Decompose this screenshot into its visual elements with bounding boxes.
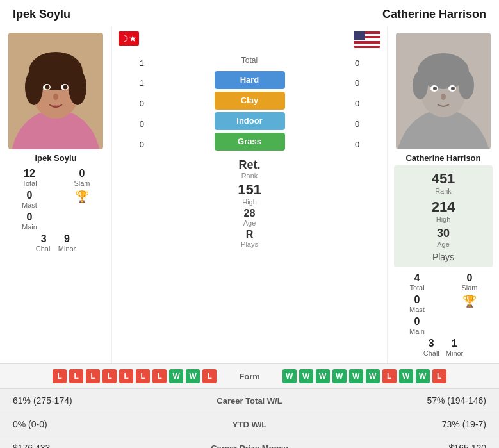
right-player-name: Catherine Harrison bbox=[382, 8, 486, 21]
form-badge-l: L bbox=[432, 369, 446, 383]
svg-point-18 bbox=[459, 71, 474, 99]
indoor-button[interactable]: Indoor bbox=[215, 112, 285, 130]
hard-button[interactable]: Hard bbox=[215, 71, 285, 89]
right-high-label: High bbox=[436, 215, 451, 223]
svg-point-21 bbox=[433, 87, 437, 90]
right-age-value: 30 bbox=[437, 227, 450, 240]
left-hard-score: 1 bbox=[140, 74, 144, 92]
left-total-label: Total bbox=[22, 179, 37, 187]
right-total-label: Total bbox=[409, 284, 424, 292]
left-main-value: 0 bbox=[27, 212, 33, 223]
us-flag bbox=[354, 31, 380, 48]
form-badge-w: W bbox=[186, 369, 200, 383]
right-rank-value: 451 bbox=[432, 170, 455, 187]
right-minor-label: Minor bbox=[446, 349, 464, 357]
right-age-label: Age bbox=[437, 240, 450, 248]
left-main-cell: 0 Main bbox=[6, 212, 53, 231]
right-chall-cell: 3 Chall bbox=[423, 338, 439, 357]
left-total-value: 12 bbox=[24, 168, 35, 179]
right-mast-value: 0 bbox=[414, 294, 420, 306]
form-badge-l: L bbox=[152, 369, 167, 383]
grass-button[interactable]: Grass bbox=[215, 133, 285, 151]
right-clay-score: 0 bbox=[355, 94, 359, 112]
stats-row-0: 61% (275-174) Career Total W/L 57% (194-… bbox=[0, 389, 499, 413]
left-plays-value: R bbox=[241, 229, 258, 240]
stats-right-0: 57% (194-146) bbox=[314, 395, 487, 406]
form-badge-l: L bbox=[202, 369, 217, 383]
turkey-flag: ☽★ bbox=[119, 31, 139, 46]
stats-center-0: Career Total W/L bbox=[186, 396, 314, 406]
left-slam-value: 0 bbox=[79, 168, 85, 179]
form-badge-l: L bbox=[136, 369, 150, 383]
left-panel: Ipek Soylu 12 Total 0 Slam 0 Mast 🏆 bbox=[0, 26, 112, 363]
left-rank-label: Rank bbox=[238, 172, 260, 179]
stats-left-1: 0% (0-0) bbox=[13, 419, 186, 429]
right-main-label: Main bbox=[409, 328, 425, 335]
form-badge-w: W bbox=[366, 369, 380, 383]
svg-point-17 bbox=[413, 71, 428, 99]
left-minor-value: 9 bbox=[64, 233, 70, 245]
name-row: Ipek Soylu Catherine Harrison bbox=[0, 0, 499, 26]
form-badge-l: L bbox=[69, 369, 83, 383]
left-chall-minor-row: 3 Chall 9 Minor bbox=[36, 233, 76, 253]
right-high-value: 214 bbox=[432, 199, 455, 215]
svg-point-10 bbox=[63, 85, 68, 90]
right-trophy-icon: 🏆 bbox=[462, 294, 477, 308]
left-minor-cell: 9 Minor bbox=[58, 233, 76, 253]
form-badge-l: L bbox=[119, 369, 133, 383]
right-trophy-cell: 🏆 bbox=[446, 294, 493, 313]
left-player-name-label: Ipek Soylu bbox=[35, 153, 76, 163]
form-badge-w: W bbox=[169, 369, 183, 383]
left-minor-label: Minor bbox=[58, 245, 76, 253]
right-mast-cell: 0 Mast bbox=[394, 294, 440, 313]
form-badge-w: W bbox=[316, 369, 330, 383]
stats-row-2: $176,433 Career Prize Money $165,120 bbox=[0, 436, 499, 448]
form-badge-w: W bbox=[332, 369, 347, 383]
right-total-cell: 4 Total bbox=[394, 272, 440, 292]
left-mast-value: 0 bbox=[27, 190, 33, 201]
right-slam-value: 0 bbox=[467, 272, 473, 284]
left-slam-label: Slam bbox=[74, 179, 90, 187]
right-stats-grid: 4 Total 0 Slam 0 Mast 🏆 0 Main bbox=[394, 272, 493, 335]
form-badge-w: W bbox=[282, 369, 297, 383]
stats-right-1: 73% (19-7) bbox=[314, 419, 487, 429]
left-total-score: 1 bbox=[140, 54, 144, 71]
left-main-label: Main bbox=[22, 223, 37, 231]
left-mast-label: Mast bbox=[22, 201, 37, 209]
right-slam-cell: 0 Slam bbox=[446, 272, 493, 292]
form-badge-w: W bbox=[416, 369, 430, 383]
right-rank-label: Rank bbox=[435, 187, 452, 195]
right-player-name-label: Catherine Harrison bbox=[405, 153, 480, 163]
right-total-value: 4 bbox=[414, 272, 420, 284]
form-badge-l: L bbox=[53, 369, 67, 383]
left-indoor-score: 0 bbox=[140, 115, 144, 133]
form-section: LLLLLLLWWL Form WWWWWWLWWL bbox=[0, 363, 499, 389]
svg-point-9 bbox=[45, 85, 50, 90]
right-chall-label: Chall bbox=[423, 349, 439, 357]
svg-point-11 bbox=[53, 94, 58, 100]
top-area: Ipek Soylu 12 Total 0 Slam 0 Mast 🏆 bbox=[0, 26, 499, 363]
right-total-score: 0 bbox=[355, 54, 359, 71]
right-mast-label: Mast bbox=[409, 306, 425, 313]
form-badge-l: L bbox=[102, 369, 117, 383]
clay-button[interactable]: Clay bbox=[215, 92, 285, 110]
right-main-value: 0 bbox=[414, 316, 420, 328]
form-label: Form bbox=[239, 372, 260, 381]
main-container: Ipek Soylu Catherine Harrison bbox=[0, 0, 499, 448]
left-flag: ☽★ bbox=[119, 31, 139, 48]
left-slam-cell: 0 Slam bbox=[59, 168, 105, 187]
right-minor-value: 1 bbox=[452, 338, 457, 349]
center-panel: ☽★ 1 1 0 0 0 Total Hard bbox=[112, 26, 387, 363]
left-clay-score: 0 bbox=[140, 94, 144, 112]
left-chall-label: Chall bbox=[36, 245, 52, 253]
right-main-cell: 0 Main bbox=[394, 316, 440, 335]
left-age-label: Age bbox=[243, 219, 256, 227]
left-player-photo bbox=[8, 33, 103, 149]
form-badge-l: L bbox=[86, 369, 100, 383]
left-player-name: Ipek Soylu bbox=[13, 8, 70, 21]
left-chall-cell: 3 Chall bbox=[36, 233, 52, 253]
svg-point-5 bbox=[25, 69, 43, 105]
stats-left-2: $176,433 bbox=[13, 443, 186, 448]
stats-right-2: $165,120 bbox=[314, 443, 487, 448]
right-chall-value: 3 bbox=[429, 338, 434, 349]
